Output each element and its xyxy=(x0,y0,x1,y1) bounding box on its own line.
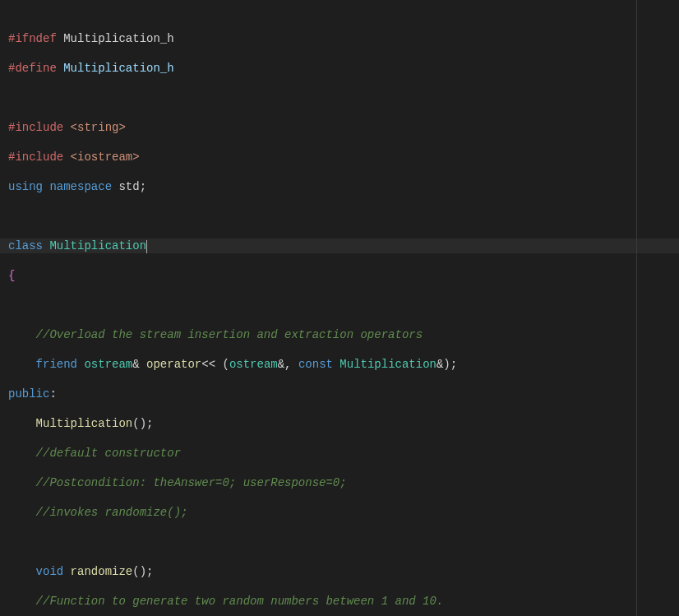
code-editor[interactable]: #ifndef Multiplication_h #define Multipl… xyxy=(0,0,679,616)
code-line: //Function to generate two random number… xyxy=(8,594,679,609)
code-line xyxy=(8,298,679,313)
code-line: //Postcondition: theAnswer=0; userRespon… xyxy=(8,475,679,490)
code-line xyxy=(8,535,679,549)
code-line: friend ostream& operator<< (ostream&, co… xyxy=(8,357,679,372)
code-line: #define Multiplication_h xyxy=(8,61,679,76)
editor-ruler xyxy=(636,0,637,616)
code-line: #include <string> xyxy=(8,120,679,135)
code-line: void randomize(); xyxy=(8,564,679,579)
code-line: //default constructor xyxy=(8,446,679,461)
code-line: #include <iostream> xyxy=(8,150,679,164)
code-line: //invokes randomize(); xyxy=(8,505,679,520)
code-line: { xyxy=(8,268,679,283)
code-line: #ifndef Multiplication_h xyxy=(8,31,679,46)
code-line: //Overload the stream insertion and extr… xyxy=(8,327,679,342)
code-line-current: class Multiplication xyxy=(0,239,679,253)
code-line xyxy=(8,90,679,105)
code-line: using namespace std; xyxy=(8,179,679,194)
code-line: Multiplication(); xyxy=(8,416,679,431)
code-line: public: xyxy=(8,387,679,401)
text-cursor xyxy=(146,240,147,253)
code-line xyxy=(8,209,679,224)
